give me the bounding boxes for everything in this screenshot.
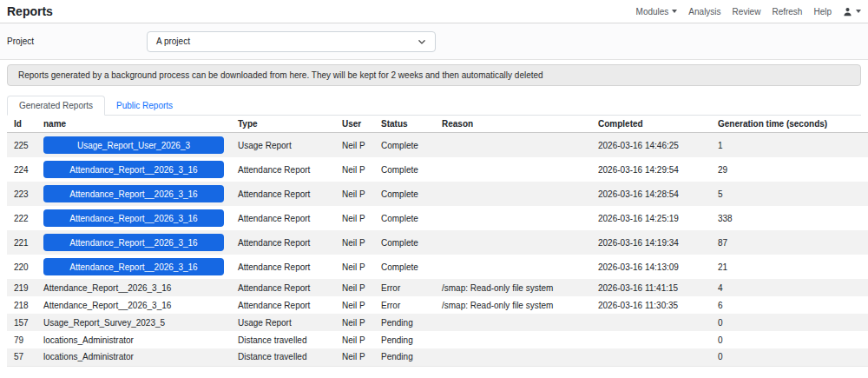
cell-id: 225 [7, 133, 36, 158]
cell-user: Neil P [335, 206, 374, 230]
cell-id: 57 [7, 348, 36, 366]
cell-user: Neil P [335, 133, 374, 158]
cell-gen_time: 21 [711, 255, 868, 279]
cell-name: Attendance_Report__2026_3_16 [36, 182, 231, 206]
tab-generated-reports[interactable]: Generated Reports [7, 96, 105, 116]
cell-status: Complete [374, 133, 435, 158]
cell-status: Complete [374, 182, 435, 206]
project-select-value: A project [156, 36, 190, 46]
cell-id: 219 [7, 279, 36, 296]
cell-status: Pending [374, 348, 435, 366]
report-tabs: Generated Reports Public Reports [7, 96, 861, 116]
cell-type: Attendance Report [231, 296, 335, 314]
table-row: 157Usage_Report_Survey_2023_5Usage Repor… [7, 314, 868, 331]
cell-type: Attendance Report [231, 206, 335, 230]
cell-reason: /smap: Read-only file system [435, 296, 591, 314]
column-header-type: Type [231, 116, 335, 133]
cell-completed: 2026-03-16 14:29:54 [591, 157, 711, 182]
top-nav: ModulesAnalysisReviewRefreshHelp [636, 7, 861, 17]
user-menu[interactable] [843, 7, 861, 17]
cell-name: Attendance_Report__2026_3_16 [36, 296, 231, 314]
cell-user: Neil P [335, 182, 374, 206]
cell-gen_time: 1 [711, 133, 868, 158]
cell-user: Neil P [335, 331, 374, 348]
cell-completed: 2026-03-16 11:30:35 [591, 296, 711, 314]
tab-public-reports[interactable]: Public Reports [105, 96, 184, 115]
cell-gen_time: 338 [711, 206, 868, 230]
chevron-down-icon [672, 10, 677, 13]
person-icon [843, 7, 852, 17]
cell-name: Usage_Report_User_2026_3 [36, 133, 231, 158]
report-download-button[interactable]: Attendance_Report__2026_3_16 [43, 234, 224, 251]
top-nav-links: ModulesAnalysisReviewRefreshHelp [636, 7, 832, 17]
cell-name: Attendance_Report__2026_3_16 [36, 255, 231, 279]
cell-completed: 2026-03-16 14:19:34 [591, 230, 711, 255]
nav-item-analysis[interactable]: Analysis [688, 7, 720, 17]
report-name: locations_Administrator [43, 352, 134, 361]
cell-name: Attendance_Report__2026_3_16 [36, 279, 231, 296]
report-name: Attendance_Report__2026_3_16 [43, 301, 171, 310]
cell-status: Error [374, 296, 435, 314]
cell-user: Neil P [335, 255, 374, 279]
table-row: 79locations_AdministratorDistance travel… [7, 331, 868, 348]
info-alert-text: Reports generated by a background proces… [18, 70, 543, 80]
cell-completed: 2026-03-16 14:25:19 [591, 206, 711, 230]
report-download-button[interactable]: Attendance_Report__2026_3_16 [43, 258, 224, 275]
column-header-user: User [335, 116, 374, 133]
cell-id: 223 [7, 182, 36, 206]
cell-gen_time: 0 [711, 348, 868, 366]
cell-gen_time: 6 [711, 296, 868, 314]
column-header-completed: Completed [591, 116, 711, 133]
cell-type: Attendance Report [231, 255, 335, 279]
table-row: 224Attendance_Report__2026_3_16Attendanc… [7, 157, 868, 182]
cell-reason [435, 331, 591, 348]
cell-user: Neil P [335, 296, 374, 314]
table-row: 57locations_AdministratorDistance travel… [7, 348, 868, 366]
report-download-button[interactable]: Attendance_Report__2026_3_16 [43, 209, 224, 227]
cell-reason [435, 314, 591, 331]
project-section: Project A project [0, 23, 868, 60]
cell-completed [591, 348, 711, 366]
cell-reason: /smap: Read-only file system [435, 279, 591, 296]
cell-id: 79 [7, 331, 36, 348]
report-name: Attendance_Report__2026_3_16 [43, 283, 171, 293]
column-header-id: Id [7, 116, 36, 133]
cell-reason [435, 157, 591, 182]
cell-name: Attendance_Report__2026_3_16 [36, 157, 231, 182]
report-download-button[interactable]: Attendance_Report__2026_3_16 [43, 185, 224, 202]
table-row: 223Attendance_Report__2026_3_16Attendanc… [7, 182, 868, 206]
chevron-down-icon [856, 10, 861, 13]
cell-status: Complete [374, 157, 435, 182]
chevron-down-icon [418, 37, 426, 46]
report-download-button[interactable]: Attendance_Report__2026_3_16 [43, 161, 224, 178]
table-row: 225Usage_Report_User_2026_3Usage ReportN… [7, 133, 868, 158]
column-header-status: Status [374, 116, 435, 133]
cell-user: Neil P [335, 279, 374, 296]
cell-reason [435, 133, 591, 158]
project-label: Project [7, 36, 147, 46]
cell-reason [435, 255, 591, 279]
table-row: 222Attendance_Report__2026_3_16Attendanc… [7, 206, 868, 230]
cell-completed [591, 314, 711, 331]
report-download-button[interactable]: Usage_Report_User_2026_3 [43, 136, 224, 154]
cell-status: Error [374, 279, 435, 296]
table-row: 218Attendance_Report__2026_3_16Attendanc… [7, 296, 868, 314]
cell-user: Neil P [335, 230, 374, 255]
info-alert: Reports generated by a background proces… [7, 64, 861, 86]
cell-completed: 2026-03-16 14:28:54 [591, 182, 711, 206]
project-select[interactable]: A project [147, 31, 436, 52]
reports-table: IdnameTypeUserStatusReasonCompletedGener… [7, 116, 868, 367]
cell-name: locations_Administrator [36, 348, 231, 366]
nav-item-refresh[interactable]: Refresh [772, 7, 802, 17]
cell-user: Neil P [335, 314, 374, 331]
cell-user: Neil P [335, 348, 374, 366]
column-header-generation-time-seconds: Generation time (seconds) [711, 116, 868, 133]
nav-item-help[interactable]: Help [813, 7, 832, 17]
cell-type: Distance travelled [231, 331, 335, 348]
nav-item-modules[interactable]: Modules [636, 7, 678, 17]
cell-user: Neil P [335, 157, 374, 182]
top-bar: Reports ModulesAnalysisReviewRefreshHelp [0, 0, 868, 23]
table-row: 221Attendance_Report__2026_3_16Attendanc… [7, 230, 868, 255]
nav-item-review[interactable]: Review [733, 7, 761, 17]
cell-type: Usage Report [231, 314, 335, 331]
